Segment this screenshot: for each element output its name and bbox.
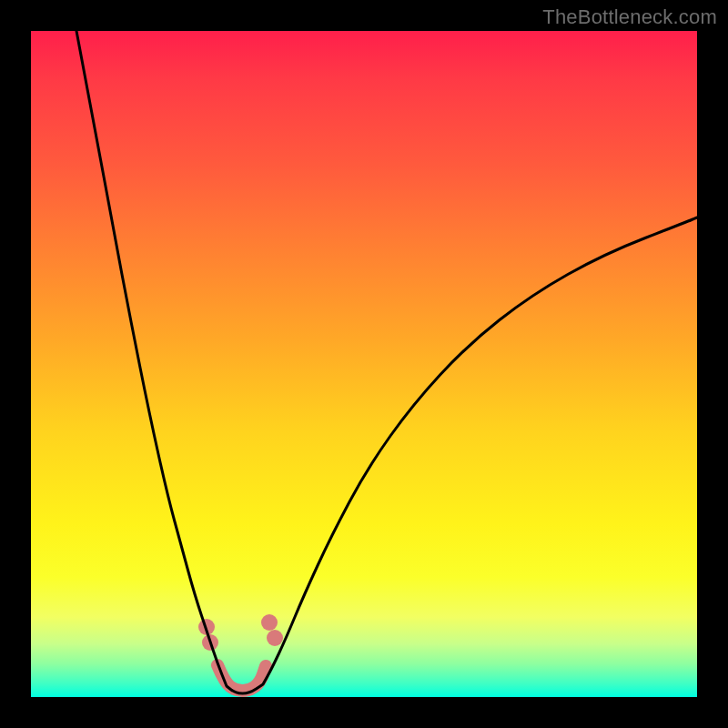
watermark-text: TheBottleneck.com (542, 5, 717, 29)
marker-dot (261, 614, 278, 631)
bottleneck-curve (76, 31, 697, 693)
chart-svg (31, 31, 697, 697)
marker-dot (267, 630, 283, 646)
plot-area (31, 31, 697, 697)
outer-frame: TheBottleneck.com (0, 0, 728, 728)
